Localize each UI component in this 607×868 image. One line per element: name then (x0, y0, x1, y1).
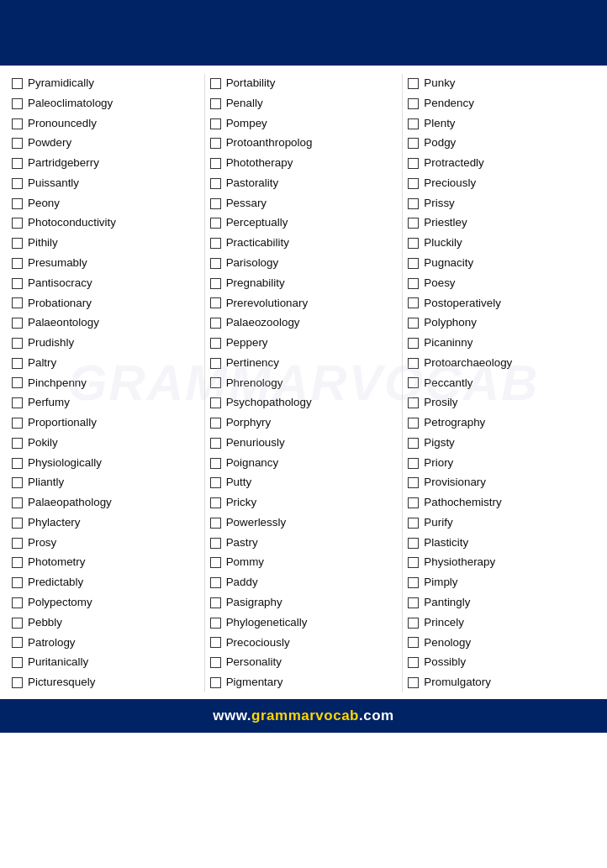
checkbox-icon[interactable] (12, 318, 23, 329)
checkbox-icon[interactable] (12, 238, 23, 249)
checkbox-icon[interactable] (12, 258, 23, 269)
checkbox-icon[interactable] (12, 637, 23, 648)
checkbox-icon[interactable] (210, 618, 221, 629)
checkbox-icon[interactable] (12, 218, 23, 229)
list-item: Polyphony (406, 313, 597, 334)
checkbox-icon[interactable] (12, 458, 23, 469)
word-label: Photoconductivity (28, 215, 116, 231)
checkbox-icon[interactable] (408, 218, 419, 229)
checkbox-icon[interactable] (408, 318, 419, 329)
checkbox-icon[interactable] (408, 338, 419, 349)
checkbox-icon[interactable] (408, 297, 419, 308)
checkbox-icon[interactable] (210, 397, 221, 408)
checkbox-icon[interactable] (210, 358, 221, 369)
checkbox-icon[interactable] (408, 397, 419, 408)
checkbox-icon[interactable] (210, 118, 221, 129)
checkbox-icon[interactable] (210, 438, 221, 449)
checkbox-icon[interactable] (12, 377, 23, 388)
checkbox-icon[interactable] (12, 557, 23, 568)
list-item: Penuriously (208, 433, 399, 453)
checkbox-icon[interactable] (210, 78, 221, 89)
checkbox-icon[interactable] (210, 518, 221, 529)
checkbox-icon[interactable] (12, 418, 23, 429)
checkbox-icon[interactable] (408, 497, 419, 508)
checkbox-icon[interactable] (12, 158, 23, 169)
checkbox-icon[interactable] (210, 218, 221, 229)
checkbox-icon[interactable] (12, 98, 23, 109)
checkbox-icon[interactable] (408, 418, 419, 429)
checkbox-icon[interactable] (12, 438, 23, 449)
checkbox-icon[interactable] (12, 118, 23, 129)
checkbox-icon[interactable] (210, 577, 221, 588)
checkbox-icon[interactable] (12, 278, 23, 289)
checkbox-icon[interactable] (210, 677, 221, 688)
checkbox-icon[interactable] (12, 178, 23, 189)
checkbox-icon[interactable] (210, 338, 221, 349)
checkbox-icon[interactable] (12, 397, 23, 408)
checkbox-icon[interactable] (12, 477, 23, 488)
checkbox-icon[interactable] (12, 538, 23, 549)
checkbox-icon[interactable] (12, 338, 23, 349)
checkbox-icon[interactable] (12, 618, 23, 629)
checkbox-icon[interactable] (12, 78, 23, 89)
checkbox-icon[interactable] (210, 657, 221, 668)
footer-url: www.grammarvocab.com (213, 708, 393, 723)
checkbox-icon[interactable] (12, 497, 23, 508)
checkbox-icon[interactable] (210, 138, 221, 149)
checkbox-icon[interactable] (210, 98, 221, 109)
word-label: Powdery (28, 135, 71, 151)
checkbox-icon[interactable] (408, 98, 419, 109)
checkbox-icon[interactable] (408, 518, 419, 529)
checkbox-icon[interactable] (408, 178, 419, 189)
checkbox-icon[interactable] (408, 438, 419, 449)
checkbox-icon[interactable] (408, 458, 419, 469)
checkbox-icon[interactable] (210, 318, 221, 329)
checkbox-icon[interactable] (210, 258, 221, 269)
checkbox-icon[interactable] (408, 138, 419, 149)
checkbox-icon[interactable] (408, 377, 419, 388)
checkbox-icon[interactable] (408, 78, 419, 89)
list-item: Paltry (10, 353, 201, 373)
checkbox-icon[interactable] (210, 477, 221, 488)
checkbox-icon[interactable] (408, 477, 419, 488)
checkbox-icon[interactable] (210, 178, 221, 189)
checkbox-icon[interactable] (210, 238, 221, 249)
checkbox-icon[interactable] (408, 637, 419, 648)
checkbox-icon[interactable] (408, 258, 419, 269)
checkbox-icon[interactable] (210, 198, 221, 209)
checkbox-icon[interactable] (210, 458, 221, 469)
checkbox-icon[interactable] (408, 618, 419, 629)
checkbox-icon[interactable] (12, 198, 23, 209)
checkbox-icon[interactable] (408, 657, 419, 668)
checkbox-icon[interactable] (408, 597, 419, 608)
checkbox-icon[interactable] (12, 597, 23, 608)
checkbox-icon[interactable] (210, 418, 221, 429)
checkbox-icon[interactable] (210, 557, 221, 568)
checkbox-icon[interactable] (210, 497, 221, 508)
checkbox-icon[interactable] (210, 377, 221, 388)
checkbox-icon[interactable] (12, 138, 23, 149)
checkbox-icon[interactable] (210, 637, 221, 648)
checkbox-icon[interactable] (408, 278, 419, 289)
list-item: Pliantly (10, 473, 201, 493)
checkbox-icon[interactable] (408, 677, 419, 688)
checkbox-icon[interactable] (12, 358, 23, 369)
checkbox-icon[interactable] (12, 677, 23, 688)
checkbox-icon[interactable] (210, 278, 221, 289)
checkbox-icon[interactable] (408, 118, 419, 129)
checkbox-icon[interactable] (12, 577, 23, 588)
checkbox-icon[interactable] (210, 538, 221, 549)
checkbox-icon[interactable] (210, 158, 221, 169)
checkbox-icon[interactable] (210, 297, 221, 308)
checkbox-icon[interactable] (408, 238, 419, 249)
checkbox-icon[interactable] (408, 557, 419, 568)
checkbox-icon[interactable] (408, 358, 419, 369)
checkbox-icon[interactable] (408, 198, 419, 209)
checkbox-icon[interactable] (210, 597, 221, 608)
checkbox-icon[interactable] (12, 518, 23, 529)
checkbox-icon[interactable] (408, 158, 419, 169)
checkbox-icon[interactable] (408, 538, 419, 549)
checkbox-icon[interactable] (408, 577, 419, 588)
checkbox-icon[interactable] (12, 297, 23, 308)
checkbox-icon[interactable] (12, 657, 23, 668)
